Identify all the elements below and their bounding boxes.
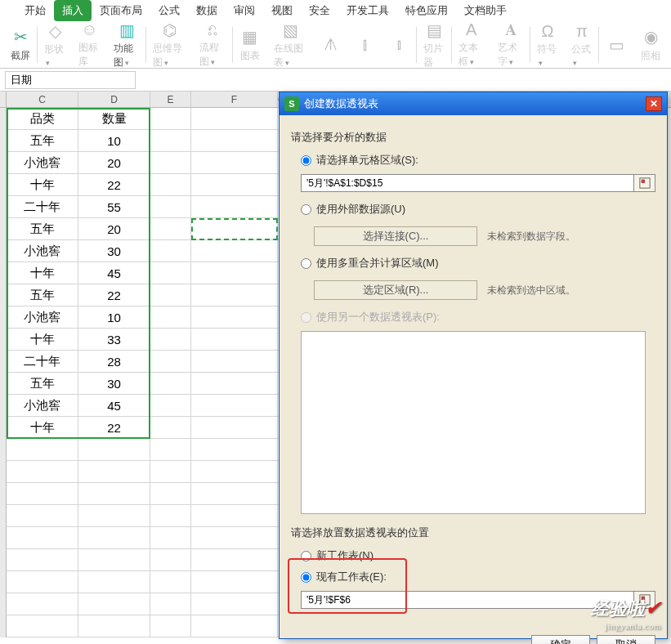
cell[interactable]: 小池窖 bbox=[7, 306, 78, 329]
tool-formula[interactable]: π 公式▾ bbox=[565, 22, 599, 68]
tab-devtools[interactable]: 开发工具 bbox=[338, 0, 397, 21]
cell[interactable]: 28 bbox=[78, 351, 150, 373]
col-d[interactable]: D bbox=[78, 92, 150, 107]
cell[interactable] bbox=[78, 505, 150, 527]
cell[interactable] bbox=[150, 615, 191, 637]
cell[interactable] bbox=[191, 262, 278, 284]
cell[interactable] bbox=[78, 593, 150, 615]
cell[interactable] bbox=[150, 439, 191, 461]
cell[interactable]: 30 bbox=[78, 240, 150, 262]
cell[interactable] bbox=[191, 527, 278, 549]
cell[interactable] bbox=[191, 549, 278, 571]
cell[interactable] bbox=[150, 417, 191, 439]
cell[interactable] bbox=[150, 262, 191, 284]
cell[interactable] bbox=[7, 527, 78, 549]
name-box[interactable]: 日期 bbox=[5, 71, 136, 89]
cell[interactable]: 品类 bbox=[7, 108, 78, 130]
cell[interactable]: 十年 bbox=[7, 417, 78, 439]
cell[interactable] bbox=[191, 130, 278, 152]
cell[interactable]: 十年 bbox=[7, 329, 78, 351]
tool-iconlib[interactable]: ☺ 图标库 bbox=[72, 22, 107, 68]
tool-shapes[interactable]: ◇ 形状▾ bbox=[38, 22, 72, 68]
cell[interactable] bbox=[78, 439, 150, 461]
radio-multi[interactable] bbox=[301, 258, 311, 269]
cell[interactable]: 数量 bbox=[78, 108, 150, 130]
cell[interactable] bbox=[150, 351, 191, 373]
cell[interactable]: 10 bbox=[78, 130, 150, 152]
tool-sparkline3[interactable]: ⫾ bbox=[382, 22, 417, 68]
cell[interactable] bbox=[150, 505, 191, 527]
cell[interactable] bbox=[7, 439, 78, 461]
cell[interactable] bbox=[78, 549, 150, 571]
cell[interactable] bbox=[150, 152, 191, 174]
radio-select-range[interactable] bbox=[301, 155, 311, 166]
cell[interactable] bbox=[191, 461, 278, 483]
cell[interactable] bbox=[150, 571, 191, 593]
cell[interactable]: 五年 bbox=[7, 218, 78, 240]
radio-external[interactable] bbox=[301, 204, 311, 215]
cell[interactable] bbox=[150, 130, 191, 152]
tab-special[interactable]: 特色应用 bbox=[397, 0, 456, 21]
opt-existing-sheet[interactable]: 现有工作表(E): bbox=[301, 570, 655, 584]
cell[interactable]: 22 bbox=[78, 417, 150, 439]
tool-symbol[interactable]: Ω 符号▾ bbox=[530, 22, 565, 68]
cell[interactable] bbox=[191, 152, 278, 174]
cell[interactable]: 十年 bbox=[7, 262, 78, 284]
cell[interactable] bbox=[150, 373, 191, 395]
cell[interactable] bbox=[191, 395, 278, 417]
col-f[interactable]: F bbox=[191, 92, 278, 107]
cell[interactable]: 22 bbox=[78, 284, 150, 306]
tool-sparkline1[interactable]: ⩚ bbox=[314, 22, 348, 68]
cell[interactable] bbox=[150, 527, 191, 549]
cell[interactable] bbox=[150, 461, 191, 483]
cell[interactable] bbox=[150, 306, 191, 329]
tool-camera[interactable]: ◉ 照相 bbox=[633, 22, 668, 68]
tab-data[interactable]: 数据 bbox=[188, 0, 226, 21]
cell[interactable]: 五年 bbox=[7, 373, 78, 395]
cell[interactable] bbox=[150, 329, 191, 351]
cell[interactable] bbox=[78, 527, 150, 549]
tab-review[interactable]: 审阅 bbox=[226, 0, 263, 21]
cell[interactable] bbox=[191, 240, 278, 262]
tool-slicer[interactable]: ▤ 切片器 bbox=[417, 22, 452, 68]
cell[interactable]: 二十年 bbox=[7, 351, 78, 373]
tab-layout[interactable]: 页面布局 bbox=[92, 0, 150, 21]
cell[interactable]: 55 bbox=[78, 196, 150, 218]
cell[interactable] bbox=[150, 196, 191, 218]
cell[interactable] bbox=[7, 461, 78, 483]
cell[interactable] bbox=[191, 571, 278, 593]
cell[interactable] bbox=[150, 549, 191, 571]
cell[interactable]: 22 bbox=[78, 174, 150, 196]
cell[interactable]: 五年 bbox=[7, 284, 78, 306]
ok-button[interactable]: 确定 bbox=[531, 635, 590, 644]
radio-existing[interactable] bbox=[301, 572, 311, 583]
cell[interactable] bbox=[7, 615, 78, 637]
tool-textbox[interactable]: A 文本框▾ bbox=[452, 22, 491, 68]
cell[interactable]: 10 bbox=[78, 306, 150, 329]
cell[interactable] bbox=[7, 593, 78, 615]
cell[interactable] bbox=[150, 284, 191, 306]
opt-multi[interactable]: 使用多重合并计算区域(M) bbox=[301, 256, 655, 271]
cell[interactable] bbox=[191, 373, 278, 395]
cell[interactable]: 小池窖 bbox=[7, 240, 78, 262]
cell[interactable] bbox=[191, 174, 278, 196]
tab-start[interactable]: 开始 bbox=[16, 0, 54, 21]
cell[interactable] bbox=[78, 461, 150, 483]
opt-new-sheet[interactable]: 新工作表(N) bbox=[301, 548, 655, 563]
cell[interactable]: 十年 bbox=[7, 174, 78, 196]
cell[interactable]: 45 bbox=[78, 262, 150, 284]
tool-funcimg[interactable]: ▥ 功能图▾ bbox=[107, 22, 146, 68]
tab-insert[interactable]: 插入 bbox=[54, 0, 92, 21]
cell[interactable] bbox=[150, 218, 191, 240]
tool-sparkline2[interactable]: ⫿ bbox=[348, 22, 382, 68]
cell[interactable] bbox=[191, 218, 278, 240]
tool-chart[interactable]: ▦ 图表 bbox=[233, 22, 267, 68]
cell[interactable] bbox=[150, 395, 191, 417]
dialog-titlebar[interactable]: S 创建数据透视表 ✕ bbox=[280, 92, 667, 115]
radio-new-sheet[interactable] bbox=[301, 551, 311, 561]
cell[interactable] bbox=[191, 329, 278, 351]
cell[interactable] bbox=[78, 483, 150, 505]
cell[interactable]: 二十年 bbox=[7, 196, 78, 218]
cell[interactable] bbox=[191, 483, 278, 505]
cell[interactable] bbox=[150, 483, 191, 505]
